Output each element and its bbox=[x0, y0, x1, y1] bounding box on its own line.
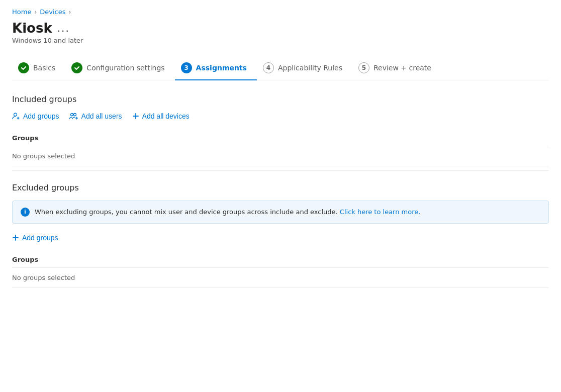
svg-point-1 bbox=[70, 114, 73, 116]
included-groups-table: Groups No groups selected bbox=[12, 130, 549, 166]
tab-applicability[interactable]: 4 Applicability Rules bbox=[257, 56, 352, 80]
tab-label-review: Review + create bbox=[373, 64, 431, 72]
tab-label-configuration: Configuration settings bbox=[86, 64, 164, 72]
page-title: Kiosk bbox=[12, 21, 52, 36]
section-divider bbox=[12, 170, 549, 171]
excluded-groups-title: Excluded groups bbox=[12, 183, 549, 192]
tab-badge-applicability: 4 bbox=[263, 62, 274, 73]
included-groups-empty-message: No groups selected bbox=[12, 146, 549, 166]
excluded-groups-actions: Add groups bbox=[12, 234, 549, 242]
breadcrumb-sep-1: › bbox=[34, 9, 37, 16]
tab-badge-assignments: 3 bbox=[181, 62, 192, 73]
included-groups-actions: Add groups Add all users A bbox=[12, 112, 549, 120]
wizard-tabs: Basics Configuration settings 3 Assignme… bbox=[12, 56, 549, 80]
add-all-devices-label: Add all devices bbox=[142, 112, 190, 120]
excluded-groups-section: Excluded groups i When excluding groups,… bbox=[12, 183, 549, 288]
more-options-button[interactable]: ... bbox=[57, 23, 70, 33]
add-groups-button[interactable]: Add groups bbox=[12, 112, 59, 120]
add-all-users-button[interactable]: Add all users bbox=[69, 112, 122, 120]
tab-basics[interactable]: Basics bbox=[12, 56, 65, 80]
breadcrumb-sep-2: › bbox=[68, 9, 71, 16]
excluded-groups-table: Groups No groups selected bbox=[12, 252, 549, 288]
breadcrumb-devices[interactable]: Devices bbox=[40, 8, 65, 16]
info-message: When excluding groups, you cannot mix us… bbox=[35, 207, 420, 217]
page-header: Kiosk ... Windows 10 and later bbox=[12, 21, 549, 44]
included-groups-title: Included groups bbox=[12, 94, 549, 104]
excluded-groups-info-box: i When excluding groups, you cannot mix … bbox=[12, 201, 549, 224]
add-groups-label: Add groups bbox=[23, 112, 59, 120]
excluded-groups-column-header: Groups bbox=[12, 252, 549, 268]
tab-assignments[interactable]: 3 Assignments bbox=[175, 56, 257, 80]
info-icon: i bbox=[21, 208, 30, 217]
tab-label-assignments: Assignments bbox=[196, 64, 247, 72]
included-groups-empty-row: No groups selected bbox=[12, 146, 549, 166]
tab-badge-review: 5 bbox=[358, 62, 369, 73]
tab-badge-basics bbox=[18, 62, 29, 73]
tab-configuration[interactable]: Configuration settings bbox=[65, 56, 174, 80]
breadcrumb: Home › Devices › bbox=[12, 8, 549, 16]
tab-review[interactable]: 5 Review + create bbox=[352, 56, 441, 80]
person-add-icon bbox=[12, 112, 20, 120]
info-learn-more-link[interactable]: Click here to learn more. bbox=[340, 208, 421, 216]
add-all-devices-button[interactable]: Add all devices bbox=[132, 112, 190, 120]
add-groups-excluded-label: Add groups bbox=[22, 234, 58, 242]
breadcrumb-home[interactable]: Home bbox=[12, 8, 31, 16]
excluded-groups-empty-row: No groups selected bbox=[12, 267, 549, 287]
tab-label-basics: Basics bbox=[33, 64, 55, 72]
add-all-users-label: Add all users bbox=[81, 112, 122, 120]
included-groups-column-header: Groups bbox=[12, 130, 549, 146]
page-subtitle: Windows 10 and later bbox=[12, 37, 549, 44]
people-add-icon bbox=[69, 112, 78, 120]
plus-icon-excluded bbox=[12, 234, 19, 241]
tab-label-applicability: Applicability Rules bbox=[278, 64, 342, 72]
excluded-groups-empty-message: No groups selected bbox=[12, 267, 549, 287]
add-groups-excluded-button[interactable]: Add groups bbox=[12, 234, 58, 242]
tab-badge-configuration bbox=[71, 62, 82, 73]
svg-point-0 bbox=[14, 113, 17, 116]
svg-point-2 bbox=[73, 114, 76, 116]
plus-icon-devices bbox=[132, 113, 139, 120]
included-groups-section: Included groups Add groups bbox=[12, 94, 549, 166]
